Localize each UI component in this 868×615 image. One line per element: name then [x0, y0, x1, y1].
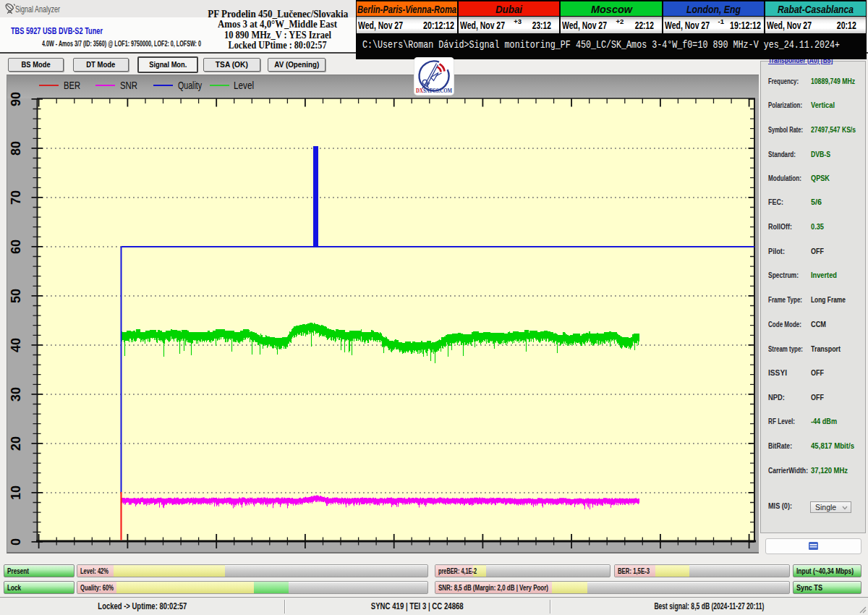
svg-text:BER: BER: [64, 80, 80, 91]
svg-text:20: 20: [9, 436, 23, 451]
svg-text:London, Eng: London, Eng: [686, 3, 741, 15]
svg-text:Dubai: Dubai: [495, 3, 523, 15]
svg-text:50: 50: [9, 289, 23, 303]
svg-text:30: 30: [9, 387, 23, 402]
svg-text:Quality: Quality: [178, 80, 203, 91]
svg-text:DXSATCS.COM: DXSATCS.COM: [416, 87, 452, 94]
svg-text:90: 90: [9, 92, 23, 106]
svg-text:SNR: SNR: [120, 80, 137, 91]
svg-text:40: 40: [9, 338, 23, 352]
svg-text:Moscow: Moscow: [591, 3, 633, 15]
svg-text:60: 60: [9, 239, 23, 254]
svg-text:Rabat-Casablanca: Rabat-Casablanca: [778, 3, 854, 15]
svg-text:Level: Level: [234, 80, 254, 91]
svg-text:10: 10: [9, 485, 23, 500]
svg-text:0: 0: [9, 538, 23, 546]
svg-text:80: 80: [9, 141, 23, 156]
svg-text:Berlin-Paris-Vienna-Roma: Berlin-Paris-Vienna-Roma: [357, 3, 456, 15]
svg-text:70: 70: [9, 190, 23, 205]
